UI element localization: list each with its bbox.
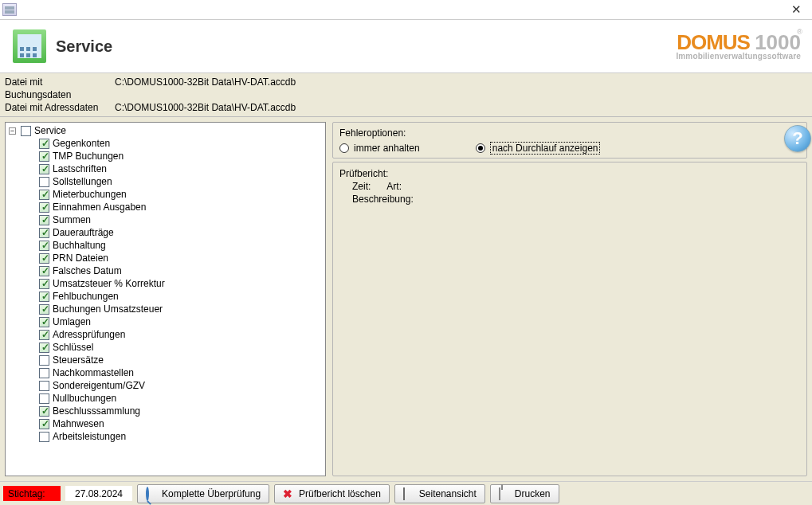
tree-item-label: Nullbuchungen [53,393,116,404]
tree-root-label: Service [34,125,66,136]
report-type-label: Art: [386,180,402,193]
brand-name: DOMUS [677,30,755,54]
page-preview-label: Seitenansicht [419,488,477,499]
tree-checkbox[interactable] [39,343,49,353]
tree-root[interactable]: − Service [7,124,324,137]
tree-checkbox[interactable] [39,304,49,315]
booking-file-label: Datei mit Buchungsdaten [5,76,107,101]
address-file-value: C:\DOMUS1000-32Bit Data\HV-DAT.accdb [115,101,296,114]
tree-item-label: Steuersätze [53,354,104,366]
tree-item[interactable]: Umlagen [39,315,324,328]
file-paths: Datei mit Buchungsdaten C:\DOMUS1000-32B… [0,73,812,117]
tree-item[interactable]: Schlüssel [39,341,324,354]
tree-item[interactable]: Lastschriften [39,162,324,175]
tree-item[interactable]: Arbeitsleistungen [39,430,324,443]
system-icon [2,3,17,16]
tree-item-label: Sondereigentum/GZV [53,380,145,391]
tree-item[interactable]: Buchungen Umsatzsteuer [39,303,324,315]
tree-item[interactable]: Sondereigentum/GZV [39,379,324,392]
tree-item-label: Umsatzsteuer % Korrektur [53,278,165,289]
radio-show-after-run[interactable]: nach Durchlauf anzeigen [476,142,601,155]
page-preview-button[interactable]: Seitenansicht [394,484,485,503]
tree-checkbox[interactable] [39,151,49,162]
tree-checkbox[interactable] [39,215,49,225]
close-button[interactable]: ✕ [780,0,812,20]
tree-checkbox[interactable] [39,317,49,327]
delete-icon: ✖ [283,488,294,499]
tree-item[interactable]: Mieterbuchungen [39,188,324,201]
help-icon[interactable]: ? [784,125,811,152]
footer: Stichtag: 27.08.2024 Komplette Überprüfu… [0,481,812,505]
tree-item[interactable]: Mahnwesen [39,417,324,430]
tree-checkbox[interactable] [39,253,49,264]
report-legend: Prüfbericht: [339,167,800,180]
report-desc-label: Beschreibung: [352,194,414,205]
print-button[interactable]: Drucken [490,484,559,503]
brand-registered: ® [797,29,802,36]
tree-checkbox[interactable] [39,381,49,391]
tree-item[interactable]: Steuersätze [39,354,324,366]
delete-report-button[interactable]: ✖ Prüfbericht löschen [274,484,390,503]
tree-item[interactable]: Sollstellungen [39,175,324,188]
tree-item-label: Mahnwesen [53,418,104,429]
tree-checkbox[interactable] [39,292,49,302]
app-window: ✕ Service ® DOMUS 1000 Immobilienverwalt… [0,0,812,505]
tree-item[interactable]: Falsches Datum [39,264,324,277]
tree-checkbox[interactable] [39,419,49,429]
collapse-icon[interactable]: − [9,127,16,135]
tree-checkbox[interactable] [39,139,49,149]
tree-root-checkbox[interactable] [21,126,31,136]
tree-checkbox[interactable] [39,266,49,276]
tree-item[interactable]: Umsatzsteuer % Korrektur [39,277,324,290]
tree-item[interactable]: Beschlusssammlung [39,405,324,417]
page-icon [403,487,405,500]
tree-item[interactable]: Daueraufträge [39,226,324,239]
print-label: Drucken [515,488,551,499]
tree-item-label: Buchhaltung [53,240,106,251]
radio-icon [339,143,349,153]
tree-checkbox[interactable] [39,393,49,404]
full-check-button[interactable]: Komplette Überprüfung [137,484,269,503]
tree-item[interactable]: TMP Buchungen [39,150,324,162]
tree-checkbox[interactable] [39,406,49,417]
tree-item[interactable]: PRN Dateien [39,252,324,264]
tree-checkbox[interactable] [39,190,49,200]
address-file-label: Datei mit Adressdaten [5,101,107,114]
tree-checkbox[interactable] [39,279,49,289]
tree-item[interactable]: Adressprüfungen [39,328,324,341]
tree-checkbox[interactable] [39,177,49,187]
radio-always-halt[interactable]: immer anhalten [339,143,420,154]
tree-checkbox[interactable] [39,164,49,174]
printer-icon [499,487,500,500]
tree-checkbox[interactable] [39,241,49,251]
tree-checkbox[interactable] [39,368,49,378]
tree-item-label: Buchungen Umsatzsteuer [53,303,163,315]
tree-checkbox[interactable] [39,202,49,213]
tree-item[interactable]: Fehlbuchungen [39,290,324,303]
tree-item-label: Nachkommastellen [53,367,134,378]
report-time-label: Zeit: [352,180,371,193]
tree-checkbox[interactable] [39,432,49,442]
tree-checkbox[interactable] [39,330,49,340]
tree-item[interactable]: Summen [39,213,324,226]
tree-item-label: Sollstellungen [53,176,112,187]
header: Service ® DOMUS 1000 Immobilienverwaltun… [0,20,812,73]
tree-item[interactable]: Nullbuchungen [39,392,324,405]
tree-item[interactable]: Buchhaltung [39,239,324,252]
stichtag-value[interactable]: 27.08.2024 [65,486,132,501]
tree-item-label: Arbeitsleistungen [53,431,126,442]
tree-item-label: Gegenkonten [53,138,110,149]
tree-checkbox[interactable] [39,355,49,366]
tree-item[interactable]: Gegenkonten [39,137,324,150]
titlebar: ✕ [0,0,812,20]
tree-checkbox[interactable] [39,228,49,238]
tree-item-label: TMP Buchungen [53,151,124,162]
tree-item-label: Fehlbuchungen [53,291,119,302]
tree-item[interactable]: Einnahmen Ausgaben [39,201,324,213]
tree-item[interactable]: Nachkommastellen [39,366,324,379]
full-check-label: Komplette Überprüfung [162,488,261,499]
tree-item-label: Schlüssel [53,342,93,353]
brand-logo: ® DOMUS 1000 Immobilienverwaltungssoftwa… [676,32,801,61]
booking-file-value: C:\DOMUS1000-32Bit Data\HV-DAT.accdb [115,76,296,101]
tree-item-label: Einnahmen Ausgaben [53,202,146,213]
